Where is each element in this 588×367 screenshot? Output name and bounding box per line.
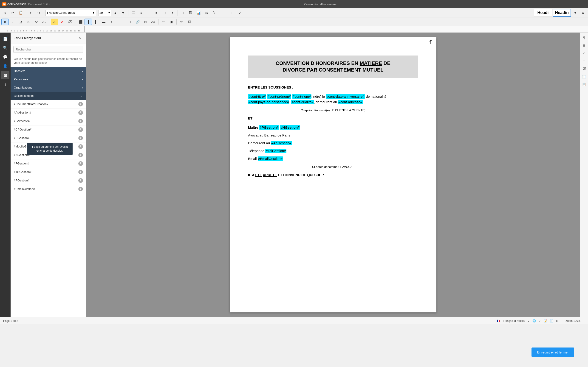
field-p-gestion[interactable]: #PGestion# ℹ [10,176,86,185]
copy-button[interactable]: 📋 [17,10,24,16]
merge-panel-close-button[interactable]: ✕ [78,35,83,41]
heading-preview-1[interactable]: Headi [534,9,552,17]
category-balises[interactable]: Balises simples ⌄ [10,92,86,100]
hyperlink[interactable]: 🔗 [134,19,141,25]
merge-search-input[interactable] [13,46,83,53]
field-e-gestion-info[interactable]: ℹ [78,136,83,140]
category-dossiers[interactable]: Dossiers › [10,67,86,75]
list-ordered[interactable]: ≡ [138,10,145,16]
font-color-button[interactable]: A [59,19,66,25]
field-e-gestion[interactable]: #EGestion# ℹ [10,134,86,142]
superscript-button[interactable]: A² [33,19,40,25]
track-icon[interactable]: 📝 [544,319,547,323]
zoom-in-icon[interactable]: + [583,319,585,323]
right-table-icon[interactable]: ⊞ [581,42,587,49]
right-chart-icon[interactable]: 📊 [581,73,587,80]
field-init-info[interactable]: ℹ [78,170,83,174]
language-dropdown[interactable]: ⌄ [527,319,530,323]
undo-button[interactable]: ↩ [27,10,35,16]
field-cp-gestion-info[interactable]: ℹ [78,127,83,132]
list-unordered[interactable]: ☰ [130,10,137,16]
status-right: 🇫🇷 Français (France) ⌄ 🌐 ✓ 📝 📄 ⊞ − Zoom … [497,319,585,323]
sidebar-info-icon[interactable]: ℹ [1,80,9,89]
heading-preview-2[interactable]: Headin [553,9,571,17]
right-form-icon[interactable]: 📋 [581,81,587,88]
zoom-out-icon[interactable]: − [561,319,563,323]
highlight-button[interactable]: A [51,19,58,25]
redo-button[interactable]: ↪ [35,10,43,16]
insert-table[interactable]: ⊡ [179,10,187,16]
print-button[interactable]: 🖨 [1,10,9,16]
italic-button[interactable]: I [9,19,17,25]
sidebar-file-icon[interactable]: 📄 [1,34,9,43]
sidebar-comment-icon[interactable]: 💬 [1,53,9,61]
clear-format-button[interactable]: ⌫ [66,19,74,25]
sidebar-search-icon[interactable]: 🔍 [1,44,9,52]
underline-button[interactable]: U [17,19,24,25]
right-image-icon[interactable]: 🖼 [581,66,587,72]
accept-btn[interactable]: ☑ [186,19,193,25]
field-cp-gestion[interactable]: #CPGestion# ℹ [10,125,86,134]
sidebar-merge-icon[interactable]: ⊞ [1,71,9,79]
field-ad-gestion-info[interactable]: ℹ [78,110,83,115]
field-pav-info[interactable]: ℹ [78,119,83,123]
font-size-increase[interactable]: ▲ [112,10,119,16]
heading-settings[interactable]: ⚙ [579,10,587,16]
right-para-icon[interactable]: ¶ [581,34,587,41]
font-selector[interactable]: Franklin Gothic Book ▾ [45,10,96,16]
page-layout[interactable]: ▣ [168,19,175,25]
spell-icon[interactable]: ✓ [539,319,541,323]
insert-more[interactable]: ⋯ [218,10,225,16]
content-controls[interactable]: ⊞ [118,19,126,25]
indent-increase[interactable]: ⇥ [161,10,168,16]
text-case[interactable]: Aa [149,19,157,25]
list-multilevel[interactable]: ⊞ [145,10,153,16]
align-left[interactable]: ⬛ [77,19,84,25]
save-close-button[interactable]: Enregistrer et fermer [531,348,574,357]
table-settings[interactable]: ⊟ [126,19,133,25]
styles-dropdown[interactable]: ⋯ [160,19,167,25]
field-f-gestion-info[interactable]: ℹ [78,161,83,166]
field-ad-gestion[interactable]: #AdGestion# ℹ [10,108,86,117]
strikethrough-button[interactable]: S [25,19,32,25]
category-organisations[interactable]: Organisations › [10,83,86,92]
heading-dropdown[interactable]: ▾ [571,10,579,16]
field-doc-date-info[interactable]: ℹ [78,102,83,106]
bold-button[interactable]: B [1,19,9,25]
track-btn2[interactable]: ✏ [178,19,185,25]
soussignes-label: SOUSSIGNÉS [268,85,291,89]
field-email[interactable]: #EmailGestion# ℹ [10,185,86,193]
indent-decrease[interactable]: ⇤ [153,10,161,16]
align-justify[interactable]: ▬ [100,19,107,25]
view-icon[interactable]: ⊞ [556,319,558,323]
field-email-info[interactable]: ℹ [78,187,83,191]
field-doc-date[interactable]: #DocumentDateCreation# ℹ [10,100,86,108]
insert-image[interactable]: 🖼 [187,10,194,16]
align-right[interactable]: ▌ [92,19,100,25]
field-n-gestion-info[interactable]: ℹ [78,153,83,157]
globe-icon[interactable]: 🌐 [532,319,536,323]
font-size-selector[interactable]: 20 ▾ [98,10,111,16]
sidebar-user-icon[interactable]: 👤 [1,62,9,70]
page-layout-icon[interactable]: 📄 [550,319,553,323]
line-spacing[interactable]: ↕ [169,10,176,16]
insert-textbox[interactable]: ▭ [203,10,210,16]
right-checkbox-icon[interactable]: ☑ [581,50,587,56]
font-size-decrease[interactable]: ▼ [120,10,127,16]
align-center[interactable]: ▐ [85,19,92,25]
track-changes[interactable]: ◻ [229,10,236,16]
right-frame-icon[interactable]: ▭ [581,58,587,64]
field-f-gestion[interactable]: #FGestion# ℹ [10,159,86,168]
subscript-button[interactable]: A₂ [40,19,48,25]
field-p-gestion-info[interactable]: ℹ [78,178,83,183]
insert-chart[interactable]: 📊 [195,10,202,16]
line-spacing-2[interactable]: ↨ [108,19,115,25]
field-pav[interactable]: #PAvocate# ℹ [10,117,86,125]
field-init[interactable]: #InitGestion# ℹ [10,168,86,176]
insert-formula[interactable]: fx [210,10,218,16]
image-wrap[interactable]: ⊠ [142,19,149,25]
spell-check[interactable]: ✓ [236,10,244,16]
category-personnes[interactable]: Personnes › [10,75,86,83]
cut-button[interactable]: ✂ [9,10,17,16]
field-mobile-info[interactable]: ℹ [78,144,83,149]
